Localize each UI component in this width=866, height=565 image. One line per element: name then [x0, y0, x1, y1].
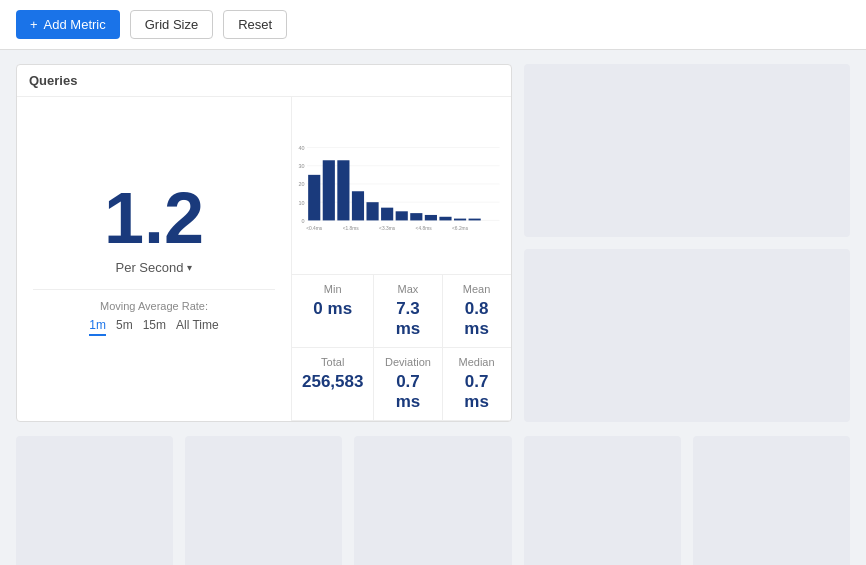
- stat-min: Min 0 ms: [292, 275, 374, 348]
- svg-text:20: 20: [298, 181, 304, 187]
- svg-text:<1.8ms: <1.8ms: [343, 226, 360, 231]
- stat-deviation: Deviation 0.7 ms: [374, 348, 442, 421]
- time-tab-alltime[interactable]: All Time: [176, 318, 219, 336]
- stats-grid: Min 0 ms Max 7.3 ms Mean 0.8 ms Total 25…: [292, 274, 511, 421]
- stat-deviation-value: 0.7 ms: [384, 372, 431, 412]
- time-tab-1m[interactable]: 1m: [89, 318, 106, 336]
- moving-avg-label: Moving Average Rate:: [33, 300, 275, 312]
- stat-median-label: Median: [453, 356, 501, 368]
- chevron-down-icon[interactable]: ▾: [187, 262, 192, 273]
- stat-deviation-label: Deviation: [384, 356, 431, 368]
- time-tabs: 1m 5m 15m All Time: [33, 318, 275, 336]
- svg-text:40: 40: [298, 145, 304, 151]
- add-metric-label: Add Metric: [44, 17, 106, 32]
- metric-left: 1.2 Per Second ▾ Moving Average Rate: 1m…: [17, 97, 292, 421]
- svg-text:0: 0: [301, 218, 304, 224]
- stat-mean-value: 0.8 ms: [453, 299, 501, 339]
- svg-text:<0.4ms: <0.4ms: [306, 226, 323, 231]
- toolbar: + Add Metric Grid Size Reset: [0, 0, 866, 50]
- svg-rect-13: [352, 191, 364, 220]
- main-content: Queries 1.2 Per Second ▾ Moving Average …: [0, 50, 866, 436]
- bottom-card-3: [354, 436, 511, 565]
- side-placeholder-top: [524, 64, 850, 237]
- metric-unit-label: Per Second: [116, 260, 184, 275]
- histogram-stats-area: 40 30 20 10 0: [292, 97, 511, 421]
- plus-icon: +: [30, 17, 38, 32]
- stat-min-label: Min: [302, 283, 363, 295]
- bottom-card-2: [185, 436, 342, 565]
- side-cards: [524, 64, 850, 422]
- grid-size-button[interactable]: Grid Size: [130, 10, 213, 39]
- svg-rect-10: [308, 175, 320, 221]
- add-metric-button[interactable]: + Add Metric: [16, 10, 120, 39]
- queries-card: Queries 1.2 Per Second ▾ Moving Average …: [16, 64, 512, 422]
- metric-unit: Per Second ▾: [116, 260, 193, 275]
- stat-min-value: 0 ms: [302, 299, 363, 319]
- bottom-row: [0, 436, 866, 565]
- svg-rect-11: [323, 160, 335, 220]
- bottom-card-4: [524, 436, 681, 565]
- stat-max: Max 7.3 ms: [374, 275, 442, 348]
- bottom-card-1: [16, 436, 173, 565]
- svg-rect-19: [439, 217, 451, 221]
- stat-mean: Mean 0.8 ms: [443, 275, 511, 348]
- svg-rect-17: [410, 213, 422, 220]
- time-tab-15m[interactable]: 15m: [143, 318, 166, 336]
- svg-text:<6.2ms: <6.2ms: [452, 226, 469, 231]
- stat-median: Median 0.7 ms: [443, 348, 511, 421]
- svg-text:<3.3ms: <3.3ms: [379, 226, 396, 231]
- stat-max-label: Max: [384, 283, 431, 295]
- stat-total: Total 256,583: [292, 348, 374, 421]
- queries-inner: 1.2 Per Second ▾ Moving Average Rate: 1m…: [17, 97, 511, 421]
- histogram-svg: 40 30 20 10 0: [296, 107, 503, 267]
- svg-rect-18: [425, 215, 437, 220]
- reset-button[interactable]: Reset: [223, 10, 287, 39]
- svg-rect-20: [454, 219, 466, 221]
- svg-text:10: 10: [298, 200, 304, 206]
- histogram-area: 40 30 20 10 0: [292, 97, 511, 274]
- time-tab-5m[interactable]: 5m: [116, 318, 133, 336]
- card-title: Queries: [17, 65, 511, 97]
- stat-median-value: 0.7 ms: [453, 372, 501, 412]
- stat-max-value: 7.3 ms: [384, 299, 431, 339]
- svg-text:30: 30: [298, 163, 304, 169]
- metric-value: 1.2: [104, 182, 204, 254]
- stat-total-value: 256,583: [302, 372, 363, 392]
- svg-rect-15: [381, 208, 393, 221]
- stat-total-label: Total: [302, 356, 363, 368]
- svg-text:<4.8ms: <4.8ms: [416, 226, 433, 231]
- moving-average-section: Moving Average Rate: 1m 5m 15m All Time: [33, 289, 275, 336]
- svg-rect-14: [366, 202, 378, 220]
- side-placeholder-bottom: [524, 249, 850, 422]
- svg-rect-16: [396, 211, 408, 220]
- bottom-card-5: [693, 436, 850, 565]
- svg-rect-12: [337, 160, 349, 220]
- stat-mean-label: Mean: [453, 283, 501, 295]
- svg-rect-21: [469, 219, 481, 221]
